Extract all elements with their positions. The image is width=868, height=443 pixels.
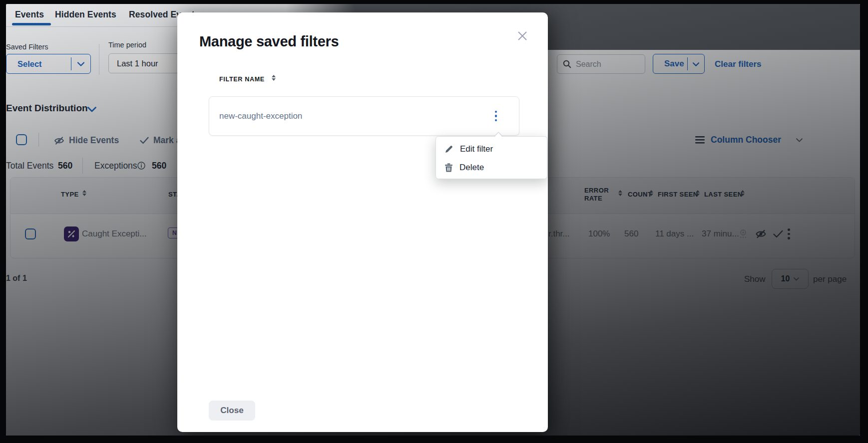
saved-filter-row[interactable]: new-caught-exception: [209, 96, 519, 136]
col-header-last-seen[interactable]: LAST SEEN: [704, 191, 743, 198]
page-size-value: 10: [781, 274, 790, 283]
page-size-select[interactable]: 10: [772, 269, 809, 289]
pencil-icon: [444, 145, 453, 154]
col-header-first-seen[interactable]: FIRST SEEN: [658, 191, 698, 198]
tab-hidden-events[interactable]: Hidden Events: [55, 9, 116, 20]
show-label: Show: [744, 274, 766, 284]
per-page-label: per page: [813, 274, 847, 284]
trash-icon: [444, 163, 453, 172]
hamburger-icon: [695, 136, 705, 144]
column-chooser-chevron-icon: [796, 138, 803, 142]
app-window: Events Hidden Events Resolved Events Sav…: [0, 0, 868, 443]
event-distribution-chevron-icon[interactable]: [87, 105, 96, 114]
saved-filters-select-value: Select: [6, 59, 71, 69]
row-error-rate: 100%: [588, 229, 610, 239]
filter-name-column-header[interactable]: FILTER NAME: [219, 76, 265, 83]
page-info: 1 of 1: [6, 274, 27, 283]
row-first-seen: 11 days ...: [655, 229, 694, 239]
hide-events-label: Hide Events: [69, 135, 119, 146]
modal-close-icon[interactable]: [515, 29, 530, 44]
time-period-value: Last 1 hour: [117, 59, 158, 68]
saved-filter-name: new-caught-exception: [209, 111, 495, 121]
row-resolve-check-icon[interactable]: [773, 230, 783, 240]
sort-icon-type[interactable]: [82, 190, 87, 196]
save-button-label: Save: [653, 59, 687, 69]
menu-item-delete-label: Delete: [459, 163, 484, 173]
search-icon: [563, 60, 571, 68]
events-page: Events Hidden Events Resolved Events Sav…: [6, 4, 860, 436]
info-icon[interactable]: [137, 162, 145, 172]
row-hide-eye-slash-icon[interactable]: [755, 229, 767, 241]
sort-icon-first-seen[interactable]: [696, 190, 700, 196]
time-period-label: Time period: [108, 41, 146, 49]
event-distribution-title: Event Distribution: [6, 103, 88, 114]
column-chooser-button[interactable]: Column Chooser: [695, 135, 803, 145]
col-header-type[interactable]: TYPE: [61, 191, 79, 198]
row-last-seen: 37 minu...: [702, 229, 739, 239]
saved-filter-kebab-icon[interactable]: [495, 110, 497, 122]
tab-events[interactable]: Events: [15, 9, 44, 20]
mark-as-button[interactable]: Mark a: [140, 135, 181, 146]
chevron-down-icon: [71, 59, 90, 68]
col-header-count[interactable]: COUNT: [628, 191, 652, 198]
saved-filters-select[interactable]: Select: [6, 54, 91, 74]
sort-icon-count[interactable]: [649, 190, 654, 196]
check-icon: [140, 137, 149, 144]
filter-group-divider: [99, 44, 99, 75]
hide-events-button[interactable]: Hide Events: [54, 135, 119, 146]
modal-title: Manage saved filters: [199, 33, 339, 50]
menu-item-edit-filter-label: Edit filter: [460, 144, 493, 154]
save-chevron-down-icon[interactable]: [688, 59, 704, 68]
exceptions-value: 560: [152, 161, 166, 171]
active-tab-indicator: [12, 23, 51, 25]
exceptions-label: Exceptions: [94, 161, 137, 171]
select-all-checkbox[interactable]: [16, 134, 27, 145]
page-size-chevron-icon: [794, 277, 799, 281]
link-disabled-icon: [738, 229, 748, 241]
row-type-text: Caught Excepti...: [82, 229, 146, 239]
exception-type-icon: [64, 226, 79, 241]
row-checkbox[interactable]: [25, 228, 36, 239]
saved-filter-context-menu: Edit filter Delete: [435, 136, 547, 179]
total-events-label: Total Events: [6, 161, 53, 171]
summary-divider: [82, 158, 83, 174]
eye-slash-icon: [54, 136, 64, 145]
total-events-value: 560: [58, 161, 72, 171]
saved-filters-label: Saved Filters: [6, 43, 48, 51]
row-count: 560: [624, 229, 638, 239]
save-split-button[interactable]: Save: [653, 54, 705, 74]
manage-saved-filters-modal: Manage saved filters FILTER NAME new-cau…: [177, 12, 548, 432]
column-chooser-label: Column Chooser: [711, 135, 781, 145]
toolbar-divider: [38, 133, 39, 147]
col-header-error-rate[interactable]: ERROR RATE: [584, 187, 616, 203]
menu-item-delete[interactable]: Delete: [436, 158, 547, 177]
sort-icon-last-seen[interactable]: [741, 190, 745, 196]
row-kebab-menu-icon[interactable]: [788, 228, 790, 239]
search-placeholder: Search: [576, 60, 601, 69]
filter-name-sort-icon[interactable]: [272, 75, 276, 81]
modal-close-button[interactable]: Close: [209, 401, 255, 421]
menu-item-edit-filter[interactable]: Edit filter: [436, 140, 547, 159]
sort-icon-error-rate[interactable]: [618, 190, 623, 196]
row-details-text: r.thr...: [548, 229, 570, 239]
search-input[interactable]: Search: [557, 54, 645, 74]
clear-filters-button[interactable]: Clear filters: [715, 59, 762, 69]
